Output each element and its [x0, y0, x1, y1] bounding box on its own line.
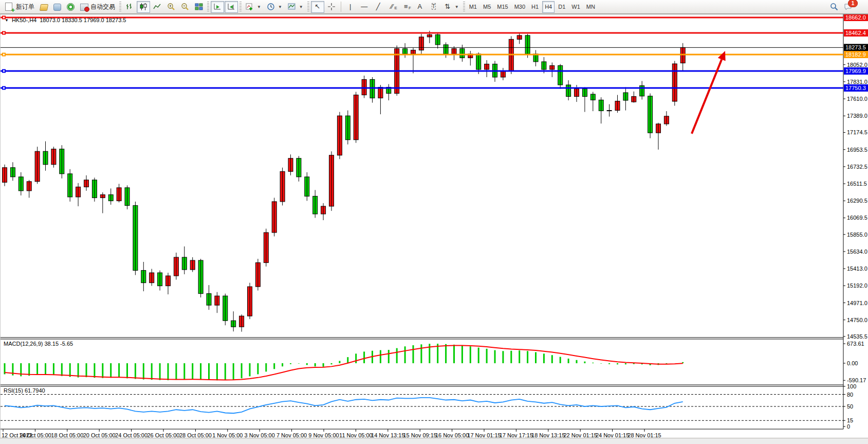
svg-text:16511.5: 16511.5 [847, 181, 867, 187]
arrows-icon: ⇅ [444, 3, 452, 11]
template-icon [288, 3, 296, 11]
timeframe-toolbar: M1M5M15M30H1H4D1W1MN [467, 1, 598, 13]
tile-windows-button[interactable] [192, 1, 206, 13]
search-button[interactable] [827, 1, 841, 13]
svg-text:17174.5: 17174.5 [847, 129, 867, 135]
dropdown-caret-icon: ▼ [257, 5, 261, 9]
vertical-line-tool-button[interactable]: | [344, 1, 357, 13]
dropdown-caret-icon: ▼ [455, 5, 459, 9]
chart-canvas[interactable]: 18052.017831.017610.017389.017174.516953… [1, 14, 868, 438]
text-tool-button[interactable]: A [413, 1, 427, 13]
ohlc-bars-icon [125, 3, 134, 11]
timeframe-d1-button[interactable]: D1 [556, 1, 568, 13]
text-tool-icon: A [416, 3, 424, 11]
chart-window: 18052.017831.017610.017389.017174.516953… [0, 14, 868, 438]
svg-text:15: 15 [847, 417, 853, 423]
timeframe-h4-button[interactable]: H4 [542, 1, 555, 13]
periods-button[interactable]: ▼ [264, 1, 285, 13]
svg-text:18052.0: 18052.0 [847, 62, 867, 68]
toolbar-grip [119, 2, 121, 12]
chart-shift-button[interactable] [225, 1, 238, 13]
svg-text:100: 100 [847, 383, 856, 389]
rsi-indicator-label: RSI(15) 61.7940 [4, 387, 45, 394]
window-bottom-edge [0, 438, 868, 444]
trendline-icon: ╱ [374, 3, 382, 11]
broadcast-button[interactable] [64, 1, 77, 13]
templates-button[interactable]: ▼ [285, 1, 306, 13]
toolbar-grip [207, 2, 209, 12]
tile-windows-icon [195, 3, 203, 11]
strategy-tester-button[interactable] [51, 1, 64, 13]
svg-text:17750.3: 17750.3 [845, 85, 866, 91]
new-order-icon [5, 3, 12, 11]
svg-text:17969.9: 17969.9 [845, 68, 866, 74]
horizontal-line-tool-button[interactable]: — [358, 1, 371, 13]
mt4-application-window: 新订单 自动交易 ▼ [0, 0, 868, 444]
timeframe-m5-button[interactable]: M5 [481, 1, 493, 13]
indicators-button[interactable]: ▼ [243, 1, 264, 13]
vertical-line-icon: | [346, 3, 355, 11]
candlestick-mode-button[interactable] [137, 1, 150, 13]
market-watch-icon [40, 4, 48, 11]
zoom-out-button[interactable] [178, 1, 192, 13]
toolbar-grip [307, 2, 309, 12]
horizontal-line-icon: — [360, 3, 368, 11]
toolbar-separator [341, 2, 341, 12]
notifications-button[interactable]: 1 [841, 1, 855, 13]
svg-text:16290.5: 16290.5 [847, 198, 867, 204]
zoom-in-button[interactable] [164, 1, 178, 13]
svg-text:673.61: 673.61 [847, 341, 864, 347]
svg-text:18273.5: 18273.5 [845, 44, 866, 50]
new-order-button[interactable]: 新订单 [2, 1, 37, 13]
timeframe-m30-button[interactable]: M30 [512, 1, 528, 13]
chart-symbol-period: HK50-,H4 [12, 17, 36, 23]
auto-scroll-button[interactable] [211, 1, 224, 13]
svg-text:14971.0: 14971.0 [847, 300, 867, 306]
fibonacci-tool-button[interactable]: ≡F [399, 1, 413, 13]
market-watch-button[interactable] [38, 1, 50, 13]
autotrade-button[interactable]: 自动交易 [78, 1, 118, 13]
autotrade-icon [80, 4, 88, 11]
svg-text:80: 80 [847, 392, 853, 398]
timeframe-m15-button[interactable]: M15 [494, 1, 510, 13]
svg-text:14535.5: 14535.5 [847, 333, 867, 340]
svg-text:0: 0 [847, 423, 850, 430]
bar-chart-mode-button[interactable] [123, 1, 136, 13]
new-order-label: 新订单 [16, 3, 34, 11]
svg-text:18182.9: 18182.9 [845, 51, 866, 58]
svg-text:17389.0: 17389.0 [847, 113, 867, 119]
notification-badge: 1 [848, 0, 858, 7]
timeframe-h1-button[interactable]: H1 [529, 1, 541, 13]
svg-text:16953.5: 16953.5 [847, 147, 867, 153]
svg-text:15855.0: 15855.0 [847, 232, 867, 238]
clock-icon [267, 3, 275, 11]
svg-text:17610.0: 17610.0 [847, 96, 867, 102]
line-chart-icon [153, 3, 161, 11]
profile-icon [53, 4, 61, 11]
svg-text:16732.5: 16732.5 [847, 164, 867, 170]
dropdown-caret-icon: ▼ [299, 5, 303, 9]
arrows-tool-button[interactable]: ⇅ ▼ [441, 1, 461, 13]
auto-scroll-icon [213, 3, 221, 11]
text-label-tool-button[interactable]: T [427, 1, 440, 13]
zoom-out-icon [181, 3, 189, 11]
cursor-icon: ↖ [313, 3, 322, 11]
dropdown-caret-icon: ▼ [278, 5, 282, 9]
broadcast-icon [67, 3, 75, 11]
svg-text:50: 50 [847, 403, 853, 410]
timeframe-mn-button[interactable]: MN [584, 1, 598, 13]
trendline-tool-button[interactable]: ╱ [372, 1, 385, 13]
text-label-icon: T [432, 3, 436, 10]
svg-text:0.00: 0.00 [847, 360, 858, 366]
cursor-tool-button[interactable]: ↖ [311, 1, 324, 13]
channel-tool-button[interactable]: ∕∕E [385, 1, 399, 13]
svg-text:18662.0: 18662.0 [845, 14, 866, 21]
timeframe-m1-button[interactable]: M1 [467, 1, 479, 13]
svg-text:15413.0: 15413.0 [847, 265, 867, 272]
chart-collapse-icon[interactable]: ▼ [5, 18, 9, 23]
timeframe-w1-button[interactable]: W1 [569, 1, 583, 13]
search-icon [830, 3, 838, 11]
line-chart-mode-button[interactable] [151, 1, 164, 13]
svg-text:-590.17: -590.17 [847, 377, 866, 383]
crosshair-tool-button[interactable] [325, 1, 338, 13]
